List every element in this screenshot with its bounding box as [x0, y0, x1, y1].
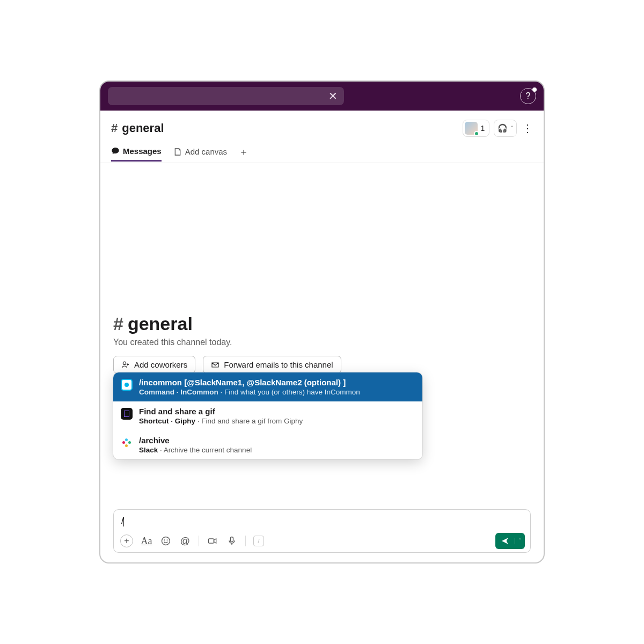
- send-icon: [501, 537, 509, 545]
- channel-tabs: Messages Add canvas ＋: [100, 141, 544, 163]
- command-subtitle: Slack · Archive the current channel: [139, 446, 252, 454]
- member-count: 1: [481, 124, 485, 133]
- svg-rect-3: [209, 539, 214, 543]
- tab-messages[interactable]: Messages: [111, 142, 162, 162]
- command-item-archive[interactable]: /archive Slack · Archive the current cha…: [113, 430, 422, 459]
- microphone-icon: [226, 536, 237, 546]
- emoji-icon: [160, 536, 171, 546]
- forward-emails-label: Forward emails to this channel: [224, 360, 333, 369]
- command-title: Find and share a gif: [139, 407, 303, 416]
- help-button[interactable]: ?: [520, 88, 536, 104]
- svg-rect-4: [231, 537, 233, 542]
- email-icon: [211, 361, 219, 369]
- presence-active-icon: [474, 131, 479, 136]
- hash-icon: #: [113, 313, 123, 334]
- command-subtitle: Command · InCommon · Find what you (or o…: [139, 388, 360, 396]
- formatting-button[interactable]: Aa: [141, 535, 152, 547]
- channel-name: general: [122, 121, 164, 135]
- tab-add-canvas-label: Add canvas: [185, 147, 227, 156]
- hash-icon: #: [111, 121, 118, 135]
- video-icon: [207, 536, 218, 546]
- command-title: /archive: [139, 436, 252, 445]
- command-title: /incommon [@SlackName1, @SlackName2 (opt…: [139, 378, 360, 387]
- canvas-icon: [173, 148, 182, 156]
- composer-area: / + Aa @ /: [100, 509, 544, 562]
- add-coworkers-label: Add coworkers: [134, 360, 187, 369]
- svg-point-1: [164, 539, 165, 540]
- tab-add-canvas[interactable]: Add canvas: [173, 143, 227, 160]
- message-input[interactable]: /: [120, 514, 525, 530]
- command-item-incommon[interactable]: /incommon [@SlackName1, @SlackName2 (opt…: [113, 372, 422, 401]
- intro-channel-name: general: [128, 313, 193, 334]
- person-add-icon: [121, 361, 130, 369]
- svg-point-2: [167, 539, 168, 540]
- headphones-icon: [497, 123, 508, 133]
- slash-command-menu: /incommon [@SlackName1, @SlackName2 (opt…: [113, 372, 422, 459]
- video-button[interactable]: [207, 535, 218, 547]
- svg-point-0: [162, 537, 170, 545]
- add-tab-button[interactable]: ＋: [239, 145, 248, 158]
- send-button[interactable]: ˇ: [495, 533, 525, 549]
- messages-icon: [111, 147, 120, 155]
- shortcuts-button[interactable]: /: [253, 536, 264, 546]
- composer-toolbar: + Aa @ /: [120, 530, 525, 549]
- intro-title: # general: [113, 313, 531, 334]
- huddle-button[interactable]: ˇ: [494, 120, 517, 137]
- avatar: [465, 122, 478, 135]
- forward-emails-button[interactable]: Forward emails to this channel: [203, 356, 341, 374]
- chevron-down-icon: ˇ: [511, 125, 513, 131]
- tab-messages-label: Messages: [123, 147, 162, 156]
- member-count-button[interactable]: 1: [463, 120, 490, 137]
- clear-search-icon[interactable]: ✕: [328, 91, 338, 101]
- top-bar: ✕ ?: [100, 82, 544, 111]
- mention-button[interactable]: @: [179, 535, 191, 547]
- audio-button[interactable]: [226, 535, 238, 547]
- send-options-button[interactable]: ˇ: [515, 538, 525, 544]
- intro-subtitle: You created this channel today.: [113, 338, 531, 347]
- intro-actions: Add coworkers Forward emails to this cha…: [113, 356, 531, 374]
- channel-header: # general 1 ˇ ⋮: [100, 111, 544, 141]
- attach-button[interactable]: +: [120, 535, 133, 547]
- toolbar-divider: [199, 536, 199, 546]
- add-coworkers-button[interactable]: Add coworkers: [113, 356, 195, 374]
- channel-intro: # general You created this channel today…: [113, 313, 531, 374]
- slack-app-icon: [121, 437, 133, 449]
- command-subtitle: Shortcut · Giphy · Find and share a gif …: [139, 417, 303, 425]
- incommon-app-icon: [121, 379, 133, 391]
- channel-title[interactable]: # general: [111, 121, 164, 135]
- search-input[interactable]: ✕: [108, 87, 344, 105]
- command-item-giphy[interactable]: Find and share a gif Shortcut · Giphy · …: [113, 401, 422, 430]
- question-icon: ?: [526, 91, 531, 101]
- app-window: ✕ ? # general 1 ˇ ⋮ Messages: [99, 80, 545, 564]
- emoji-button[interactable]: [160, 535, 172, 547]
- help-notification-dot: [532, 87, 537, 92]
- giphy-app-icon: [121, 408, 133, 420]
- more-actions-button[interactable]: ⋮: [522, 122, 533, 135]
- message-composer[interactable]: / + Aa @ /: [113, 509, 531, 553]
- toolbar-divider: [245, 536, 246, 546]
- chevron-down-icon: ˇ: [519, 538, 521, 544]
- channel-main: # general You created this channel today…: [100, 163, 544, 509]
